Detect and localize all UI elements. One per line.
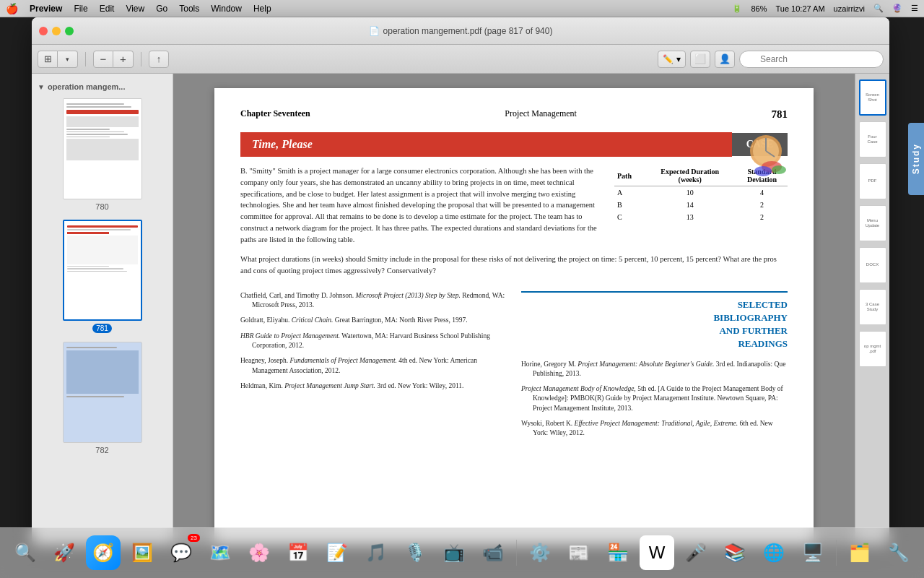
dock-files[interactable]: 🗂️ (842, 535, 877, 570)
dock-messages[interactable]: 💬 23 (164, 535, 199, 570)
menu-view[interactable]: View (126, 4, 144, 14)
table-cell: B (614, 199, 643, 211)
pdf-page: Chapter Seventeen Project Management 781… (214, 88, 814, 545)
dock-finder[interactable]: 🔍 (8, 535, 43, 570)
dock-safari[interactable]: 🧭 (86, 535, 121, 570)
sidebar-dropdown-button[interactable]: ▾ (58, 51, 78, 68)
dock-maps[interactable]: 🗺️ (203, 535, 237, 570)
right-thumb-operation[interactable]: op mgmt.pdf (859, 331, 886, 367)
toolbar: ⊞ ▾ − + ↑ ✏️ ▾ ⬜ 👤 🔍 (32, 45, 889, 74)
sidebar-toggle-group: ⊞ ▾ (38, 51, 78, 68)
dock-news[interactable]: 📰 (562, 535, 596, 570)
dock-audio[interactable]: 🎤 (679, 535, 713, 570)
toolbar-right: ✏️ ▾ ⬜ 👤 🔍 (658, 51, 884, 68)
minimize-button[interactable] (52, 27, 61, 35)
pen-icon: ✏️ (663, 54, 674, 64)
maximize-button[interactable] (65, 27, 74, 35)
dock-books[interactable]: 📚 (718, 535, 752, 570)
menu-tools[interactable]: Tools (179, 4, 199, 14)
dock-facetime[interactable]: 📹 (476, 535, 510, 570)
menu-edit[interactable]: Edit (100, 4, 115, 14)
zoom-in-button[interactable]: + (113, 51, 134, 68)
right-thumb-menu-update[interactable]: MenuUpdate (859, 205, 886, 241)
table-row: C132 (614, 211, 788, 223)
dock-music[interactable]: 🎵 (359, 535, 393, 570)
collapse-arrow-icon: ▼ (38, 83, 45, 91)
bib-entry-left: Goldratt, Eliyahu. Critical Chain. Great… (240, 316, 507, 325)
case-icon (737, 129, 795, 187)
clock: Tue 10:27 AM (776, 4, 825, 13)
apple-menu[interactable]: 🍎 (6, 3, 18, 14)
pdf-icon: 📄 (369, 26, 380, 36)
dock-app-store[interactable]: 🏪 (601, 535, 635, 570)
dock-preview[interactable]: 🖥️ (796, 535, 830, 570)
toolbar-separator2 (141, 52, 141, 66)
thumb-image-781 (63, 220, 142, 321)
bib-left: Chatfield, Carl, and Timothy D. Johnson.… (240, 291, 507, 444)
dock-launchpad[interactable]: 🚀 (47, 535, 82, 570)
right-thumb-screenshot[interactable]: ScreenShot (859, 79, 886, 116)
page-thumb-782[interactable]: 782 (32, 337, 173, 459)
export-button[interactable]: ⬜ (690, 51, 710, 68)
search-menubar-icon[interactable]: 🔍 (873, 4, 884, 13)
table-row: B142 (614, 199, 788, 211)
dock-word[interactable]: W (640, 535, 674, 570)
content-area: ▼ operation mangem... (32, 74, 889, 545)
svg-point-5 (772, 165, 786, 174)
sidebar-toggle-button[interactable]: ⊞ (38, 51, 58, 68)
table-cell: 4 (736, 186, 788, 199)
case-banner: Time, Please CASE (240, 132, 788, 157)
bib-entry-right: Horine, Gregory M. Project Management: A… (521, 360, 788, 379)
page-view: Chapter Seventeen Project Management 781… (173, 74, 855, 545)
right-thumb-pdf[interactable]: PDF (859, 163, 886, 199)
sidebar-header[interactable]: ▼ operation mangem... (32, 79, 173, 94)
siri-icon[interactable]: 🔮 (892, 4, 902, 13)
menu-go[interactable]: Go (156, 4, 167, 14)
menu-help[interactable]: Help (253, 4, 271, 14)
contact-button[interactable]: 👤 (715, 51, 735, 68)
page-thumb-781[interactable]: 781 (32, 215, 173, 337)
share-button[interactable]: ↑ (149, 51, 169, 68)
bib-entry-left: Heagney, Joseph. Fundamentals of Project… (240, 356, 507, 376)
right-thumb-docx[interactable]: DOCX (859, 247, 886, 283)
bib-right: SELECTEDBIBLIOGRAPHYAND FURTHERREADINGS … (521, 291, 788, 444)
dock-photos[interactable]: 🌸 (242, 535, 276, 570)
bib-entry-left: Heldman, Kim. Project Management Jump St… (240, 381, 507, 391)
toolbar-separator (85, 52, 86, 66)
menu-window[interactable]: Window (211, 4, 242, 14)
dock-photos-app[interactable]: 🖼️ (125, 535, 160, 570)
dock-chrome[interactable]: 🌐 (757, 535, 791, 570)
dock-tools[interactable]: 🔧 (881, 535, 916, 570)
right-thumb-four-case[interactable]: FourCase (859, 121, 886, 158)
notification-icon[interactable]: ☰ (911, 4, 918, 13)
page-number: 781 (771, 108, 788, 121)
search-input[interactable] (739, 51, 884, 68)
bib-entry-left: HBR Guide to Project Management. Waterto… (240, 332, 507, 351)
markup-dropdown-icon: ▾ (676, 54, 681, 64)
study-tab[interactable]: Study (908, 123, 924, 195)
bib-entry-right: Wysoki, Robert K. Effective Project Mana… (521, 419, 788, 439)
dock-notes[interactable]: 📝 (320, 535, 354, 570)
dock-apple-tv[interactable]: 📺 (437, 535, 471, 570)
dock-calendar[interactable]: 📅 (281, 535, 315, 570)
bib-entry-right: Project Management Body of Knowledge, 5t… (521, 384, 788, 413)
case-title: Time, Please (240, 132, 732, 157)
bib-header: SELECTEDBIBLIOGRAPHYAND FURTHERREADINGS (521, 291, 788, 351)
zoom-out-button[interactable]: − (93, 51, 113, 68)
messages-badge: 23 (188, 534, 200, 542)
preview-window: 📄 operation mangement.pdf (page 817 of 9… (32, 17, 889, 545)
dock-podcasts[interactable]: 🎙️ (398, 535, 432, 570)
markup-button[interactable]: ✏️ ▾ (658, 51, 686, 68)
close-button[interactable] (39, 27, 48, 35)
table-cell: 13 (643, 211, 736, 223)
table-cell: C (614, 211, 643, 223)
window-title: 📄 operation mangement.pdf (page 817 of 9… (369, 26, 553, 36)
titlebar: 📄 operation mangement.pdf (page 817 of 9… (32, 17, 889, 45)
app-name[interactable]: Preview (30, 4, 62, 14)
dock-system-prefs[interactable]: ⚙️ (523, 535, 557, 570)
right-thumb-docx-label: DOCX (866, 262, 879, 267)
right-thumb-three-case[interactable]: 3 CaseStudy (859, 289, 886, 325)
menu-file[interactable]: File (74, 4, 87, 14)
page-thumb-780[interactable]: 780 (32, 94, 173, 215)
chapter-title: Chapter Seventeen (240, 108, 310, 119)
